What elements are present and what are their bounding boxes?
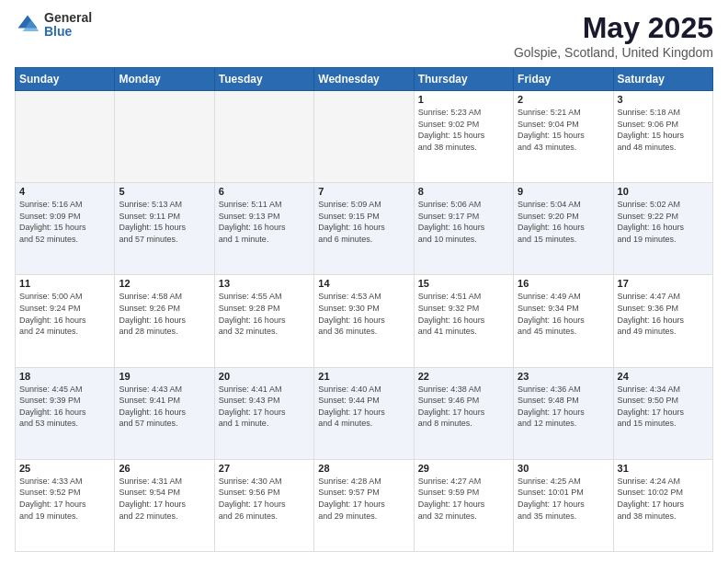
day-number: 21 <box>318 371 409 382</box>
day-info: Sunrise: 4:24 AM Sunset: 10:02 PM Daylig… <box>618 476 709 522</box>
day-number: 14 <box>318 278 409 289</box>
table-row <box>16 91 115 183</box>
table-row: 24Sunrise: 4:34 AM Sunset: 9:50 PM Dayli… <box>613 367 712 459</box>
day-info: Sunrise: 4:31 AM Sunset: 9:54 PM Dayligh… <box>119 476 210 522</box>
col-friday: Friday <box>514 68 613 91</box>
day-number: 22 <box>418 371 509 382</box>
day-info: Sunrise: 5:11 AM Sunset: 9:13 PM Dayligh… <box>219 199 310 245</box>
day-info: Sunrise: 4:34 AM Sunset: 9:50 PM Dayligh… <box>618 384 709 430</box>
day-number: 18 <box>19 371 110 382</box>
table-row: 9Sunrise: 5:04 AM Sunset: 9:20 PM Daylig… <box>514 183 613 275</box>
table-row: 5Sunrise: 5:13 AM Sunset: 9:11 PM Daylig… <box>115 183 214 275</box>
day-number: 2 <box>518 94 609 105</box>
day-info: Sunrise: 4:28 AM Sunset: 9:57 PM Dayligh… <box>318 476 409 522</box>
table-row <box>214 91 313 183</box>
day-info: Sunrise: 4:58 AM Sunset: 9:26 PM Dayligh… <box>119 291 210 337</box>
table-row: 25Sunrise: 4:33 AM Sunset: 9:52 PM Dayli… <box>16 459 115 551</box>
subtitle: Golspie, Scotland, United Kingdom <box>514 45 713 60</box>
day-number: 29 <box>418 463 509 474</box>
table-row: 10Sunrise: 5:02 AM Sunset: 9:22 PM Dayli… <box>613 183 712 275</box>
day-number: 6 <box>219 186 310 197</box>
day-info: Sunrise: 5:06 AM Sunset: 9:17 PM Dayligh… <box>418 199 509 245</box>
table-row: 15Sunrise: 4:51 AM Sunset: 9:32 PM Dayli… <box>414 275 513 367</box>
day-number: 30 <box>518 463 609 474</box>
table-row: 1Sunrise: 5:23 AM Sunset: 9:02 PM Daylig… <box>414 91 513 183</box>
day-number: 23 <box>518 371 609 382</box>
title-block: May 2025 Golspie, Scotland, United Kingd… <box>514 11 713 60</box>
table-row: 4Sunrise: 5:16 AM Sunset: 9:09 PM Daylig… <box>16 183 115 275</box>
table-row: 6Sunrise: 5:11 AM Sunset: 9:13 PM Daylig… <box>214 183 313 275</box>
day-number: 1 <box>418 94 509 105</box>
day-number: 17 <box>618 278 709 289</box>
header: General Blue May 2025 Golspie, Scotland,… <box>15 11 713 60</box>
day-number: 7 <box>318 186 409 197</box>
day-info: Sunrise: 4:47 AM Sunset: 9:36 PM Dayligh… <box>618 291 709 337</box>
calendar-week-2: 4Sunrise: 5:16 AM Sunset: 9:09 PM Daylig… <box>16 183 713 275</box>
day-number: 12 <box>119 278 210 289</box>
calendar-week-5: 25Sunrise: 4:33 AM Sunset: 9:52 PM Dayli… <box>16 459 713 551</box>
main-title: May 2025 <box>514 11 713 45</box>
table-row <box>115 91 214 183</box>
col-saturday: Saturday <box>613 68 712 91</box>
day-info: Sunrise: 4:55 AM Sunset: 9:28 PM Dayligh… <box>219 291 310 337</box>
calendar-table: Sunday Monday Tuesday Wednesday Thursday… <box>15 67 713 552</box>
day-number: 28 <box>318 463 409 474</box>
day-info: Sunrise: 5:21 AM Sunset: 9:04 PM Dayligh… <box>518 107 609 153</box>
day-info: Sunrise: 4:45 AM Sunset: 9:39 PM Dayligh… <box>19 384 110 430</box>
day-number: 5 <box>119 186 210 197</box>
day-info: Sunrise: 4:43 AM Sunset: 9:41 PM Dayligh… <box>119 384 210 430</box>
day-info: Sunrise: 4:36 AM Sunset: 9:48 PM Dayligh… <box>518 384 609 430</box>
logo: General Blue <box>15 11 92 40</box>
col-thursday: Thursday <box>414 68 513 91</box>
table-row: 13Sunrise: 4:55 AM Sunset: 9:28 PM Dayli… <box>214 275 313 367</box>
logo-general-text: General <box>44 11 92 25</box>
day-number: 15 <box>418 278 509 289</box>
day-number: 25 <box>19 463 110 474</box>
day-number: 11 <box>19 278 110 289</box>
day-info: Sunrise: 4:51 AM Sunset: 9:32 PM Dayligh… <box>418 291 509 337</box>
day-number: 13 <box>219 278 310 289</box>
day-number: 31 <box>618 463 709 474</box>
table-row: 21Sunrise: 4:40 AM Sunset: 9:44 PM Dayli… <box>314 367 414 459</box>
calendar-week-4: 18Sunrise: 4:45 AM Sunset: 9:39 PM Dayli… <box>16 367 713 459</box>
table-row: 22Sunrise: 4:38 AM Sunset: 9:46 PM Dayli… <box>414 367 513 459</box>
day-info: Sunrise: 4:25 AM Sunset: 10:01 PM Daylig… <box>518 476 609 522</box>
table-row: 27Sunrise: 4:30 AM Sunset: 9:56 PM Dayli… <box>214 459 313 551</box>
day-info: Sunrise: 4:33 AM Sunset: 9:52 PM Dayligh… <box>19 476 110 522</box>
calendar-week-3: 11Sunrise: 5:00 AM Sunset: 9:24 PM Dayli… <box>16 275 713 367</box>
day-info: Sunrise: 5:02 AM Sunset: 9:22 PM Dayligh… <box>618 199 709 245</box>
table-row: 20Sunrise: 4:41 AM Sunset: 9:43 PM Dayli… <box>214 367 313 459</box>
table-row: 30Sunrise: 4:25 AM Sunset: 10:01 PM Dayl… <box>514 459 613 551</box>
day-number: 20 <box>219 371 310 382</box>
table-row: 11Sunrise: 5:00 AM Sunset: 9:24 PM Dayli… <box>16 275 115 367</box>
day-number: 8 <box>418 186 509 197</box>
table-row: 17Sunrise: 4:47 AM Sunset: 9:36 PM Dayli… <box>613 275 712 367</box>
day-info: Sunrise: 5:18 AM Sunset: 9:06 PM Dayligh… <box>618 107 709 153</box>
table-row: 26Sunrise: 4:31 AM Sunset: 9:54 PM Dayli… <box>115 459 214 551</box>
day-info: Sunrise: 4:27 AM Sunset: 9:59 PM Dayligh… <box>418 476 509 522</box>
col-wednesday: Wednesday <box>314 68 414 91</box>
day-info: Sunrise: 4:38 AM Sunset: 9:46 PM Dayligh… <box>418 384 509 430</box>
col-tuesday: Tuesday <box>214 68 313 91</box>
table-row: 19Sunrise: 4:43 AM Sunset: 9:41 PM Dayli… <box>115 367 214 459</box>
table-row: 16Sunrise: 4:49 AM Sunset: 9:34 PM Dayli… <box>514 275 613 367</box>
day-number: 26 <box>119 463 210 474</box>
day-number: 4 <box>19 186 110 197</box>
day-number: 16 <box>518 278 609 289</box>
day-number: 3 <box>618 94 709 105</box>
table-row: 23Sunrise: 4:36 AM Sunset: 9:48 PM Dayli… <box>514 367 613 459</box>
logo-icon <box>15 12 40 38</box>
table-row: 12Sunrise: 4:58 AM Sunset: 9:26 PM Dayli… <box>115 275 214 367</box>
table-row: 18Sunrise: 4:45 AM Sunset: 9:39 PM Dayli… <box>16 367 115 459</box>
day-info: Sunrise: 4:40 AM Sunset: 9:44 PM Dayligh… <box>318 384 409 430</box>
calendar-header-row: Sunday Monday Tuesday Wednesday Thursday… <box>16 68 713 91</box>
day-info: Sunrise: 4:41 AM Sunset: 9:43 PM Dayligh… <box>219 384 310 430</box>
day-info: Sunrise: 4:53 AM Sunset: 9:30 PM Dayligh… <box>318 291 409 337</box>
table-row: 2Sunrise: 5:21 AM Sunset: 9:04 PM Daylig… <box>514 91 613 183</box>
day-number: 19 <box>119 371 210 382</box>
col-sunday: Sunday <box>16 68 115 91</box>
table-row: 14Sunrise: 4:53 AM Sunset: 9:30 PM Dayli… <box>314 275 414 367</box>
table-row: 7Sunrise: 5:09 AM Sunset: 9:15 PM Daylig… <box>314 183 414 275</box>
day-info: Sunrise: 5:04 AM Sunset: 9:20 PM Dayligh… <box>518 199 609 245</box>
day-info: Sunrise: 4:49 AM Sunset: 9:34 PM Dayligh… <box>518 291 609 337</box>
